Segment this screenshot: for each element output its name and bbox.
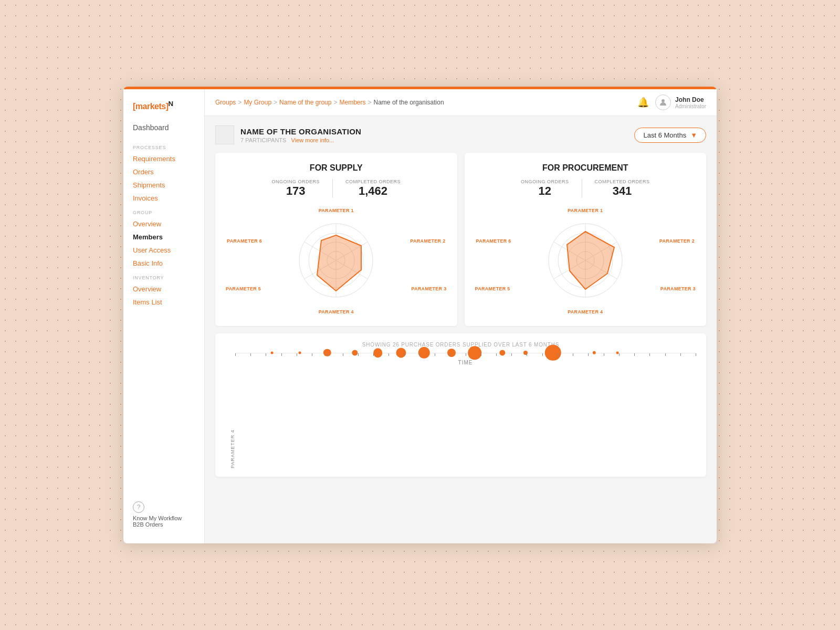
org-details: NAME OF THE ORGANISATION 7 PARTICIPANTS … [240, 127, 361, 143]
supply-completed-value: 1,462 [345, 184, 401, 198]
help-icon[interactable]: ? [133, 501, 144, 513]
procurement-ongoing-stat: ONGOING ORDERS 12 [508, 179, 582, 198]
breadcrumb-current: Name of the organisation [374, 99, 444, 106]
procurement-radar: PARAMETER 1 PARAMETER 2 PARAMETER 3 PARA… [475, 205, 696, 316]
supply-ongoing-stat: ONGOING ORDERS 173 [259, 179, 332, 198]
breadcrumb: Groups > My Group > Name of the group > … [215, 99, 444, 106]
svg-marker-20 [567, 232, 614, 289]
procurement-completed-stat: COMPLETED ORDERS 341 [582, 179, 663, 198]
supply-completed-label: COMPLETED ORDERS [345, 179, 401, 184]
logo-text: [markets] [133, 102, 169, 111]
chevron-down-icon: ▼ [690, 131, 697, 139]
sidebar-item-items-list[interactable]: Items List [123, 296, 204, 309]
breadcrumb-sep1: > [238, 99, 242, 106]
org-info: NAME OF THE ORGANISATION 7 PARTICIPANTS … [215, 125, 361, 144]
user-area: John Doe Administrator [655, 94, 706, 110]
proc-param5-label: PARAMETER 5 [475, 286, 510, 291]
sidebar-item-dashboard[interactable]: Dashboard [123, 121, 204, 134]
procurement-completed-label: COMPLETED ORDERS [595, 179, 650, 184]
user-role: Administrator [675, 103, 706, 109]
proc-param4-label: PARAMETER 4 [568, 309, 603, 314]
header-right: 🔔 John Doe Administrator [637, 94, 706, 110]
procurement-ongoing-label: ONGOING ORDERS [521, 179, 569, 184]
svg-marker-10 [317, 235, 361, 291]
supply-radar: PARAMETER 1 PARAMETER 2 PARAMETER 3 PARA… [226, 205, 447, 316]
bubble-chart-title: SHOWING 26 PURCHASE ORDERS SUPPLIED OVER… [226, 342, 696, 348]
participants-count: 7 PARTICIPANTS [240, 137, 286, 143]
sidebar-item-orders[interactable]: Orders [123, 165, 204, 178]
supply-orders-row: ONGOING ORDERS 173 COMPLETED ORDERS 1,46… [226, 179, 447, 198]
breadcrumb-sep3: > [333, 99, 337, 106]
supply-completed-stat: COMPLETED ORDERS 1,462 [333, 179, 413, 198]
supply-card: FOR SUPPLY ONGOING ORDERS 173 COMPLETED … [215, 153, 457, 326]
sidebar-item-user-access[interactable]: User Access [123, 244, 204, 257]
sidebar-footer: ? Know My Workflow B2B Orders [123, 494, 204, 536]
proc-param1-label: PARAMETER 1 [568, 208, 603, 213]
proc-param3-label: PARAMETER 3 [660, 286, 696, 291]
sidebar-item-shipments[interactable]: Shipments [123, 178, 204, 192]
org-name: NAME OF THE ORGANISATION [240, 127, 361, 136]
procurement-title: FOR PROCUREMENT [475, 163, 696, 173]
sidebar: [markets]N Dashboard PROCESSES Requireme… [123, 89, 205, 543]
header-bar: Groups > My Group > Name of the group > … [205, 89, 717, 116]
procurement-ongoing-value: 12 [521, 184, 569, 198]
supply-ongoing-value: 173 [271, 184, 320, 198]
view-more-link[interactable]: View more info... [291, 137, 334, 143]
page-content: NAME OF THE ORGANISATION 7 PARTICIPANTS … [205, 116, 717, 543]
date-filter[interactable]: Last 6 Months ▼ [634, 128, 706, 143]
main-layout: [markets]N Dashboard PROCESSES Requireme… [123, 89, 717, 543]
breadcrumb-nameofgroup[interactable]: Name of the group [279, 99, 331, 106]
procurement-completed-value: 341 [595, 184, 650, 198]
sidebar-item-invoices[interactable]: Invoices [123, 192, 204, 205]
procurement-orders-row: ONGOING ORDERS 12 COMPLETED ORDERS 341 [475, 179, 696, 198]
breadcrumb-members[interactable]: Members [340, 99, 366, 106]
bubble-chart-area: PARAMETER 4 [226, 353, 696, 468]
sidebar-section-group: GROUP [123, 205, 204, 217]
x-axis-label: TIME [235, 360, 696, 365]
proc-param6-label: PARAMETER 6 [476, 238, 511, 244]
charts-row: FOR SUPPLY ONGOING ORDERS 173 COMPLETED … [215, 153, 706, 326]
app-window: [markets]N Dashboard PROCESSES Requireme… [123, 87, 717, 543]
breadcrumb-mygroup[interactable]: My Group [244, 99, 271, 106]
user-name: John Doe [675, 96, 706, 103]
sidebar-section-inventory: INVENTORY [123, 270, 204, 282]
help-sublabel: B2B Orders [133, 521, 195, 528]
bubble [545, 345, 561, 361]
supply-ongoing-label: ONGOING ORDERS [271, 179, 320, 184]
bubble-card: SHOWING 26 PURCHASE ORDERS SUPPLIED OVER… [215, 333, 706, 477]
breadcrumb-sep2: > [274, 99, 277, 106]
org-meta: 7 PARTICIPANTS View more info... [240, 137, 361, 143]
sidebar-item-requirements[interactable]: Requirements [123, 152, 204, 165]
date-filter-label: Last 6 Months [643, 131, 686, 139]
proc-param2-label: PARAMETER 2 [659, 238, 695, 244]
supply-param3-label: PARAMETER 3 [411, 286, 446, 291]
supply-param5-label: PARAMETER 5 [226, 286, 261, 291]
logo: [markets]N [123, 97, 204, 121]
svg-point-0 [662, 99, 665, 102]
sidebar-item-overview[interactable]: Overview [123, 217, 204, 230]
supply-param6-label: PARAMETER 6 [227, 238, 262, 244]
sidebar-item-basic-info[interactable]: Basic Info [123, 257, 204, 270]
logo-superscript: N [169, 100, 173, 108]
page-header: NAME OF THE ORGANISATION 7 PARTICIPANTS … [215, 125, 706, 144]
supply-param2-label: PARAMETER 2 [410, 238, 445, 244]
x-ticks [235, 353, 696, 358]
supply-param1-label: PARAMETER 1 [319, 208, 354, 213]
user-info: John Doe Administrator [675, 96, 706, 109]
help-label[interactable]: Know My Workflow [133, 515, 195, 521]
sidebar-item-inv-overview[interactable]: Overview [123, 282, 204, 296]
avatar [655, 94, 671, 110]
sidebar-item-members[interactable]: Members [123, 230, 204, 244]
supply-param4-label: PARAMETER 4 [319, 309, 354, 314]
breadcrumb-sep4: > [368, 99, 372, 106]
breadcrumb-groups[interactable]: Groups [215, 99, 236, 106]
org-logo [215, 125, 234, 144]
content-area: Groups > My Group > Name of the group > … [205, 89, 717, 543]
procurement-card: FOR PROCUREMENT ONGOING ORDERS 12 COMPLE… [465, 153, 707, 326]
notification-icon[interactable]: 🔔 [637, 97, 649, 108]
sidebar-section-processes: PROCESSES [123, 140, 204, 152]
y-axis-label: PARAMETER 4 [226, 353, 235, 468]
supply-title: FOR SUPPLY [226, 163, 447, 173]
